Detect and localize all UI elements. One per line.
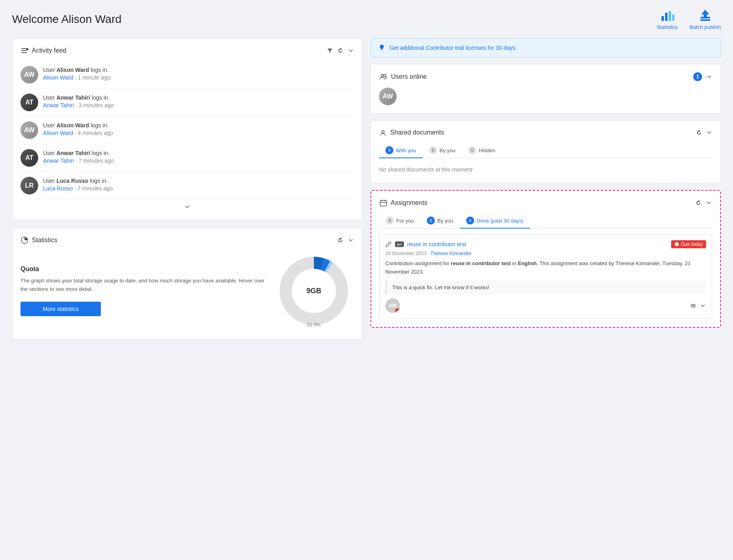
by-you-assign-label: By you	[437, 218, 453, 224]
online-users-list: AW	[379, 88, 713, 105]
with-you-label: With you	[396, 147, 416, 153]
shared-docs-tabs: 0 With you 0 By you 0 Hidden	[379, 143, 713, 158]
svg-rect-4	[700, 17, 710, 18]
donut-center-label: 9GB	[306, 287, 321, 295]
svg-rect-7	[21, 50, 26, 51]
assignment-date: 28 November 2023	[385, 251, 426, 256]
refresh-icon[interactable]	[337, 47, 344, 54]
assignment-avatar-row: AW –	[385, 298, 400, 313]
statistics-text: Quota The graph shows your total storage…	[20, 266, 266, 316]
statistics-card-header: Statistics	[20, 236, 354, 244]
assignments-label: Assignments	[391, 199, 428, 206]
avatar: AW	[20, 66, 38, 84]
statistics-card: Statistics Quota The graph shows	[12, 228, 362, 339]
batch-publish-icon	[698, 8, 713, 22]
users-online-header: Users online 1	[379, 72, 713, 81]
activity-text: User Alison Ward logs in. Alison Ward · …	[43, 121, 354, 136]
assignment-title-link[interactable]: reuse in contributor test	[407, 241, 466, 247]
users-online-title: Users online	[379, 72, 427, 81]
for-you-label: For you	[396, 218, 414, 224]
for-you-count: 0	[386, 217, 394, 225]
users-online-card-actions: 1	[693, 72, 713, 81]
donut-chart: 9GB 91.9%	[274, 251, 354, 331]
svg-rect-26	[691, 307, 696, 307]
svg-rect-0	[661, 16, 664, 21]
batch-publish-button[interactable]: Batch publish	[690, 8, 721, 30]
svg-rect-3	[672, 14, 674, 21]
trial-banner-link[interactable]: Get additional Contributor trial license…	[389, 45, 517, 51]
activity-feed-actions	[327, 47, 354, 54]
shared-docs-icon	[379, 129, 387, 137]
tab-hidden[interactable]: 0 Hidden	[462, 143, 502, 158]
assignment-description: Contribution assignment for reuse in con…	[385, 260, 706, 276]
trial-banner: Get additional Contributor trial license…	[371, 38, 721, 57]
more-statistics-button[interactable]: More statistics	[20, 302, 101, 316]
svg-point-9	[26, 48, 29, 51]
users-icon	[379, 72, 388, 81]
left-column: Activity feed	[12, 38, 362, 339]
donut-percent-label: 91.9%	[307, 322, 321, 328]
show-more-button[interactable]	[184, 204, 190, 211]
chevron-down-icon[interactable]	[348, 237, 354, 243]
chevron-down-icon[interactable]	[706, 74, 713, 80]
refresh-icon[interactable]	[696, 129, 702, 136]
filter-icon[interactable]	[327, 47, 333, 54]
assignment-title-row: en reuse in contributor test	[385, 241, 466, 247]
assignment-actions	[690, 302, 706, 309]
activity-feed-icon	[20, 47, 29, 55]
remove-avatar-button[interactable]: –	[395, 308, 400, 313]
chevron-down-icon[interactable]	[700, 302, 706, 309]
assignment-comment: This is a quick fix. Let me know if it w…	[385, 280, 706, 294]
avatar: AT	[20, 94, 38, 111]
refresh-icon[interactable]	[337, 237, 344, 243]
lightbulb-icon	[378, 44, 385, 51]
chevron-down-icon[interactable]	[348, 47, 354, 54]
activity-item: AW User Alison Ward logs in. Alison Ward…	[20, 116, 354, 144]
online-user-avatar: AW	[379, 88, 397, 105]
assignment-item: en reuse in contributor test ! Due today	[379, 234, 712, 319]
avatar: AW	[20, 121, 38, 139]
tab-done[interactable]: 4 Done (past 30 days)	[460, 213, 530, 229]
activity-item: AW User Alison Ward logs in. Alison Ward…	[20, 61, 354, 89]
statistics-card-label: Statistics	[32, 237, 57, 244]
tab-for-you[interactable]: 0 For you	[379, 213, 420, 229]
hidden-label: Hidden	[479, 147, 495, 153]
by-you-count: 0	[429, 146, 437, 154]
assignment-footer: AW –	[385, 298, 706, 313]
statistics-card-actions	[337, 237, 354, 243]
bar-chart-icon	[660, 8, 674, 22]
tab-by-you-assign[interactable]: 6 By you	[420, 213, 460, 229]
assignments-card-actions	[695, 200, 712, 206]
page-wrapper: Welcome Alison Ward Statistics Batch pub…	[0, 0, 733, 560]
online-count-badge: 1	[693, 72, 702, 81]
page-title: Welcome Alison Ward	[12, 13, 121, 26]
refresh-icon[interactable]	[695, 200, 702, 206]
chevron-down-icon[interactable]	[706, 129, 713, 136]
svg-rect-2	[669, 11, 671, 21]
tab-by-you[interactable]: 0 By you	[423, 143, 462, 158]
show-more-row	[20, 200, 354, 211]
assignments-card: Assignments 0 For you	[371, 190, 721, 328]
svg-rect-25	[691, 305, 696, 306]
top-header: Welcome Alison Ward Statistics Batch pub…	[12, 8, 721, 30]
menu-icon[interactable]	[690, 302, 696, 309]
activity-item: LR User Luca Russo logs in. Luca Russo ·…	[20, 172, 354, 200]
shared-documents-label: Shared documents	[390, 129, 444, 136]
activity-item: AT User Anwar Tahiri logs in. Anwar Tahi…	[20, 89, 354, 116]
svg-rect-24	[691, 304, 696, 305]
activity-text: User Anwar Tahiri logs in. Anwar Tahiri …	[43, 149, 354, 164]
activity-feed-title: Activity feed	[20, 47, 66, 55]
language-badge: en	[395, 241, 404, 247]
activity-feed-card: Activity feed	[12, 38, 362, 220]
avatar: LR	[20, 177, 38, 194]
by-you-assign-count: 6	[427, 217, 435, 225]
assignments-title: Assignments	[379, 199, 428, 207]
by-you-label: By you	[440, 147, 456, 153]
due-label: Due today	[681, 241, 703, 247]
tab-with-you[interactable]: 0 With you	[379, 143, 423, 158]
chevron-down-icon[interactable]	[706, 200, 712, 206]
right-column: Get additional Contributor trial license…	[371, 38, 721, 328]
statistics-button[interactable]: Statistics	[657, 8, 678, 30]
chevron-down-icon	[184, 204, 190, 210]
assignment-author[interactable]: Therese Kinnander	[430, 251, 471, 256]
